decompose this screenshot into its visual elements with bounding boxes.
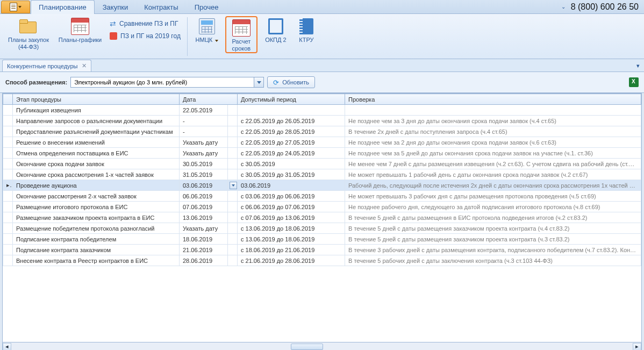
filter-bar: Способ размещения: ⟳ Обновить (0, 72, 644, 93)
tab-purchases[interactable]: Закупки (95, 0, 136, 14)
table-row[interactable]: Внесение контракта в Реестр контрактов в… (3, 255, 641, 266)
table-row[interactable]: ▸Проведение аукциона03.06.201903.06.2019… (3, 180, 641, 191)
cell-period: с 30.05.2019 до 31.05.2019 (238, 169, 345, 180)
pzpg-2019-button[interactable]: ПЗ и ПГ на 2019 год (108, 31, 183, 41)
tab-contracts[interactable]: Контракты (136, 0, 187, 14)
table-row[interactable]: Подписание контракта победителем18.06.20… (3, 234, 641, 245)
cell-date[interactable]: 30.05.2019 (180, 159, 228, 169)
ktru-label: КТРУ (299, 37, 313, 44)
cell-stage: Проведение аукциона (13, 180, 180, 191)
cell-date[interactable]: - (180, 116, 228, 126)
cell-date-dropdown (228, 245, 238, 255)
schedules-button[interactable]: Планы-графики (56, 16, 104, 44)
cell-period: с 13.06.2019 до 18.06.2019 (238, 223, 345, 234)
cell-stage: Подписание контракта заказчиком (13, 245, 180, 255)
cell-date-dropdown (228, 116, 238, 126)
nmck-button[interactable]: НМЦК (192, 16, 222, 44)
cell-date[interactable]: 06.06.2019 (180, 191, 228, 202)
chevron-down-icon (18, 6, 22, 8)
close-tab-button[interactable]: ✕ (82, 62, 87, 69)
cell-date[interactable]: 21.06.2019 (180, 245, 228, 255)
table-row[interactable]: Размещение победителем протокола разногл… (3, 223, 641, 234)
tab-planning[interactable]: Планирование (31, 0, 95, 14)
scroll-right-button[interactable]: ▸ (633, 343, 641, 351)
calc-deadlines-button[interactable]: Расчет сроков (227, 18, 256, 52)
cell-date-dropdown (228, 137, 238, 148)
row-indicator (3, 245, 13, 255)
table-row[interactable]: Окончание срока рассмотрения 1-х частей … (3, 169, 641, 180)
cell-date[interactable]: 13.06.2019 (180, 212, 228, 223)
col-indicator[interactable] (3, 94, 13, 105)
row-indicator (3, 255, 13, 266)
scroll-thumb[interactable] (291, 344, 323, 350)
pdf-icon (110, 32, 117, 40)
okpd2-label: ОКПД 2 (265, 37, 287, 44)
cell-date[interactable]: Указать дату (180, 137, 228, 148)
pzpg-label: ПЗ и ПГ на 2019 год (120, 32, 181, 40)
cell-date[interactable]: 18.06.2019 (180, 234, 228, 245)
placement-method-combo[interactable] (70, 77, 264, 88)
scroll-left-button[interactable]: ◂ (3, 343, 11, 351)
plans-button[interactable]: Планы закупок (44-ФЗ) (4, 16, 53, 50)
document-icon (10, 3, 17, 11)
date-picker-button[interactable] (230, 182, 237, 189)
table-row[interactable]: Публикация извещения22.05.2019 (3, 105, 641, 116)
table-row[interactable]: Решение о внесении измененийУказать дату… (3, 137, 641, 148)
cell-date[interactable]: 07.06.2019 (180, 202, 228, 212)
calendar-icon (232, 19, 251, 37)
table-row[interactable]: Подписание контракта заказчиком21.06.201… (3, 245, 641, 255)
table-row[interactable]: Размещение заказчиком проекта контракта … (3, 212, 641, 223)
compare-plans-button[interactable]: ⇄ Сравнение ПЗ и ПГ (108, 18, 183, 29)
export-excel-button[interactable] (629, 77, 639, 87)
cell-date[interactable]: - (180, 126, 228, 137)
cell-check: Не позднее рабочего дня, следующего за д… (345, 202, 641, 212)
col-date[interactable]: Дата (180, 94, 238, 105)
row-indicator (3, 116, 13, 126)
col-check[interactable]: Проверка (345, 94, 641, 105)
ribbon-tabs: Планирование Закупки Контракты Прочее (31, 0, 226, 14)
table-row[interactable]: Окончание рассмотрения 2-х частей заявок… (3, 191, 641, 202)
scroll-track[interactable] (11, 343, 633, 351)
cell-period (238, 105, 345, 116)
cell-check: Рабочий день, следующий после истечения … (345, 180, 641, 191)
cell-check: Не может превышать 3 рабочих дня с даты … (345, 191, 641, 202)
cell-period: с 22.05.2019 до 27.05.2019 (238, 137, 345, 148)
app-menu-button[interactable] (1, 1, 30, 13)
col-stage[interactable]: Этап процедуры (13, 94, 180, 105)
cell-period: с 07.06.2019 до 13.06.2019 (238, 212, 345, 223)
cell-stage: Размещение победителем протокола разногл… (13, 223, 180, 234)
cell-date[interactable]: Указать дату (180, 148, 228, 159)
ktru-button[interactable]: КТРУ (294, 16, 319, 44)
refresh-button[interactable]: ⟳ Обновить (267, 76, 315, 88)
calendar-icon (71, 18, 89, 35)
combo-dropdown-button[interactable] (254, 77, 263, 87)
cell-date[interactable]: 28.06.2019 (180, 255, 228, 266)
placement-method-input[interactable] (71, 79, 254, 85)
row-indicator (3, 105, 13, 116)
tab-other[interactable]: Прочее (187, 0, 227, 14)
workspace-tab-procedures[interactable]: Конкурентные процедуры ✕ (2, 60, 91, 72)
cell-stage: Окончание срока подачи заявок (13, 159, 180, 169)
cell-date[interactable]: 22.05.2019 (180, 105, 228, 116)
cell-date[interactable]: 03.06.2019 (180, 180, 228, 191)
horizontal-scrollbar[interactable]: ◂ ▸ (3, 342, 641, 350)
cell-check: В течение 3 рабочих дней с даты размещен… (345, 245, 641, 255)
col-period[interactable]: Допустимый период (238, 94, 345, 105)
table-row[interactable]: Окончание срока подачи заявок30.05.2019с… (3, 159, 641, 169)
cell-stage: Подписание контракта победителем (13, 234, 180, 245)
cell-date[interactable]: Указать дату (180, 223, 228, 234)
cell-period: с 22.05.2019 до 28.05.2019 (238, 126, 345, 137)
cell-date[interactable]: 31.05.2019 (180, 169, 228, 180)
okpd2-button[interactable]: ОКПД 2 (261, 16, 291, 44)
table-row[interactable]: Размещение итогового протокола в ЕИС07.0… (3, 202, 641, 212)
table-row[interactable]: Направление запросов о разъяснении докум… (3, 116, 641, 126)
table-row[interactable]: Отмена определения поставщика в ЕИСУказа… (3, 148, 641, 159)
table-row[interactable]: Предоставление разъяснений документации … (3, 126, 641, 137)
row-indicator (3, 148, 13, 159)
cell-date-dropdown[interactable] (228, 180, 238, 191)
placement-method-label: Способ размещения: (5, 79, 67, 85)
cell-date-dropdown (228, 169, 238, 180)
workspace-menu-button[interactable]: ▾ (632, 60, 644, 72)
cell-period: с 22.05.2019 до 24.05.2019 (238, 148, 345, 159)
collapse-ribbon-button[interactable]: ⌄ (561, 4, 566, 10)
